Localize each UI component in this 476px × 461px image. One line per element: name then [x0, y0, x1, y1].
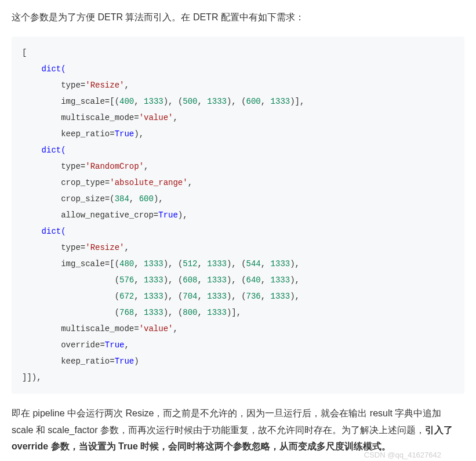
code-token: 'Resize'	[85, 81, 124, 90]
code-token: True	[115, 129, 135, 139]
code-token: 1333	[271, 259, 290, 268]
code-token: type	[22, 81, 81, 90]
code-token: 1333	[207, 275, 227, 285]
code-line: ]]),	[22, 373, 42, 382]
code-token: multiscale_mode	[22, 113, 134, 122]
code-token: crop_type	[22, 178, 105, 187]
code-token: type	[22, 162, 81, 171]
code-token: 600	[246, 97, 261, 106]
code-token: 544	[246, 259, 261, 268]
code-token: 500	[183, 97, 197, 106]
code-token: 576	[119, 275, 134, 285]
code-token: =[(	[105, 97, 119, 106]
code-token: 'value'	[139, 324, 173, 333]
code-token: ),	[178, 210, 188, 220]
code-token: 608	[183, 275, 197, 285]
code-token: ), (	[163, 97, 183, 106]
code-token: multiscale_mode	[22, 324, 134, 333]
code-token: keep_ratio	[22, 129, 110, 139]
code-token: type	[22, 243, 81, 252]
code-token: 'Resize'	[85, 243, 124, 252]
code-token: keep_ratio	[22, 357, 110, 366]
code-token: ,	[124, 81, 129, 90]
code-token: 1333	[271, 275, 290, 285]
code-token: 672	[119, 292, 134, 301]
code-token: 1333	[207, 259, 227, 268]
code-token: 1333	[207, 292, 227, 301]
code-token: dict(	[22, 64, 66, 74]
code-block: [ dict( type='Resize', img_scale=[(400, …	[12, 37, 464, 394]
code-token: 400	[119, 97, 134, 106]
code-token: True	[105, 340, 125, 350]
code-token: True	[158, 210, 178, 220]
code-token: )	[134, 357, 139, 366]
code-token: ), (	[227, 97, 246, 106]
code-token: dict(	[22, 227, 66, 236]
code-token: 1333	[207, 308, 227, 317]
code-token: 1333	[144, 259, 163, 268]
outro-text: 即在 pipeline 中会运行两次 Resize，而之前是不允许的，因为一旦运…	[12, 408, 441, 435]
code-token: img_scale	[22, 97, 105, 106]
code-token: crop_size	[22, 194, 105, 204]
code-token: 1333	[144, 275, 163, 285]
code-token: img_scale	[22, 259, 105, 268]
code-token: 704	[183, 292, 197, 301]
code-token: 800	[183, 308, 197, 317]
code-token: 'absolute_range'	[110, 178, 187, 187]
code-token: =	[81, 81, 85, 90]
code-token: 384	[115, 194, 129, 204]
code-token: allow_negative_crop	[22, 210, 154, 220]
code-token: 768	[119, 308, 134, 317]
code-token: 'value'	[139, 113, 173, 122]
code-token: 1333	[271, 292, 290, 301]
code-token: 736	[246, 292, 261, 301]
code-token: True	[115, 357, 135, 366]
code-token: 1333	[207, 97, 227, 106]
code-token: )],	[290, 97, 304, 106]
code-token: 600	[139, 194, 154, 204]
code-line: [	[22, 48, 27, 57]
intro-paragraph: 这个参数是为了方便 DETR 算法而引入。在 DETR 配置中有如下需求：	[12, 9, 464, 26]
code-token: 1333	[144, 292, 163, 301]
code-token: 480	[119, 259, 134, 268]
code-token: 1333	[144, 97, 163, 106]
code-token: 'RandomCrop'	[85, 162, 144, 171]
code-token: ),	[134, 129, 144, 139]
code-token: 1333	[144, 308, 163, 317]
code-token: override	[22, 340, 100, 350]
code-token: dict(	[22, 146, 66, 155]
code-token: 1333	[271, 97, 290, 106]
code-token: 640	[246, 275, 261, 285]
code-token: 512	[183, 259, 197, 268]
